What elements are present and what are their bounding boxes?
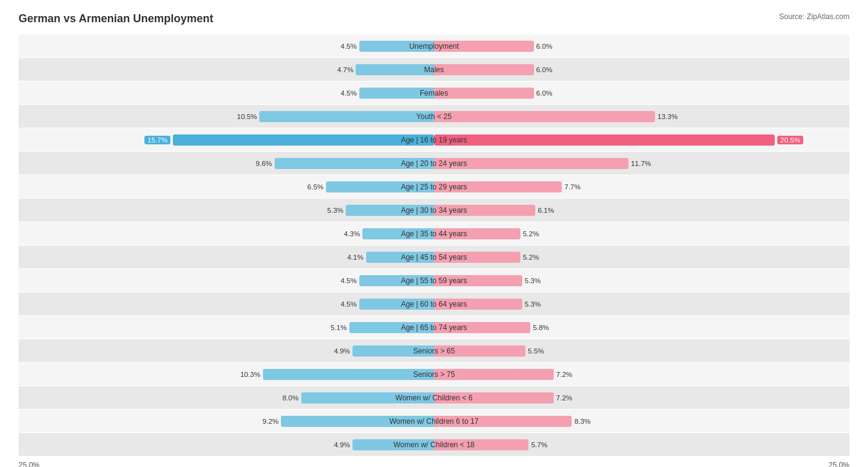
value-right: 7.2% [556,371,572,378]
row-label: Age | 25 to 29 years [401,183,467,191]
chart-row: Women w/ Children < 184.9%5.7% [19,433,849,456]
row-label: Age | 60 to 64 years [401,300,467,308]
chart-row: Age | 65 to 74 years5.1%5.8% [19,316,849,339]
row-label: Age | 35 to 44 years [401,229,467,238]
value-left: 6.5% [307,183,323,191]
value-left: 9.6% [256,160,272,167]
row-label: Seniors > 75 [413,370,455,379]
value-right: 5.2% [523,254,539,261]
chart-row: Males4.7%6.0% [19,58,849,81]
row-label: Age | 20 to 24 years [401,159,467,168]
chart-row: Women w/ Children 6 to 179.2%8.3% [19,410,849,432]
x-axis: 25.0% 25.0% [19,461,849,467]
chart-row: Age | 35 to 44 years4.3%5.2% [19,222,849,245]
chart-row: Age | 45 to 54 years4.1%5.2% [19,246,849,268]
value-left: 10.5% [237,113,257,120]
row-label: Unemployment [409,42,459,51]
bar-left [259,111,434,122]
chart-row: Age | 20 to 24 years9.6%11.7% [19,152,849,175]
row-label: Seniors > 65 [413,347,455,355]
value-left: 4.9% [334,441,350,448]
row-label: Males [424,65,444,74]
row-label: Youth < 25 [416,112,451,121]
value-left: 4.3% [344,230,360,238]
value-right: 5.7% [531,441,547,448]
chart-row: Women w/ Children < 68.0%7.2% [19,386,849,409]
row-label: Age | 45 to 54 years [401,253,467,262]
value-left: 4.5% [341,277,357,284]
chart-area: Unemployment4.5%6.0%Males4.7%6.0%Females… [19,35,849,456]
bar-right [434,64,534,75]
chart-row: Females4.5%6.0% [19,81,849,104]
chart-source: Source: ZipAtlas.com [779,12,849,21]
value-right: 20.5% [777,136,804,144]
row-label: Age | 65 to 74 years [401,323,467,332]
value-left: 4.5% [341,43,357,50]
chart-container: German vs Armenian Unemployment Source: … [0,0,868,467]
chart-row: Seniors > 654.9%5.5% [19,339,849,362]
value-left: 5.3% [327,207,343,214]
chart-row: Age | 25 to 29 years6.5%7.7% [19,175,849,198]
value-left: 4.1% [347,254,363,261]
value-left: 15.7% [144,136,171,144]
row-label: Age | 30 to 34 years [401,206,467,215]
row-label: Age | 16 to 19 years [401,136,467,144]
value-right: 8.3% [574,418,590,425]
chart-row: Age | 55 to 59 years4.5%5.3% [19,269,849,292]
chart-header: German vs Armenian Unemployment Source: … [19,12,849,25]
value-right: 5.5% [528,347,544,355]
value-left: 5.1% [331,324,347,331]
bar-left [356,64,434,75]
row-label: Women w/ Children 6 to 17 [390,417,479,426]
value-left: 4.5% [341,300,357,308]
x-axis-left: 25.0% [19,461,40,467]
value-right: 7.2% [556,394,572,402]
bar-right [434,134,775,146]
value-left: 8.0% [282,394,298,402]
chart-row: Age | 30 to 34 years5.3%6.1% [19,199,849,221]
chart-row: Unemployment4.5%6.0% [19,35,849,57]
value-left: 4.5% [341,89,357,97]
value-right: 6.0% [536,66,553,73]
bar-right [434,88,534,99]
chart-row: Seniors > 7510.3%7.2% [19,363,849,386]
value-right: 5.3% [525,300,541,308]
value-right: 11.7% [631,160,651,167]
x-axis-right: 25.0% [828,461,849,467]
value-right: 6.1% [538,207,554,214]
bar-right [434,111,655,122]
row-label: Females [420,89,448,97]
chart-title: German vs Armenian Unemployment [19,12,213,25]
value-left: 10.3% [240,371,261,378]
value-right: 13.3% [657,113,678,120]
row-label: Age | 55 to 59 years [401,276,467,285]
value-right: 5.8% [533,324,549,331]
row-label: Women w/ Children < 6 [396,394,473,402]
value-right: 6.0% [536,43,553,50]
row-label: Women w/ Children < 18 [393,440,475,449]
value-left: 9.2% [262,418,278,425]
value-right: 6.0% [536,89,553,97]
value-right: 7.7% [564,183,580,191]
value-right: 5.2% [523,230,539,238]
bar-left [173,134,434,146]
value-right: 5.3% [525,277,541,284]
chart-row: Youth < 2510.5%13.3% [19,105,849,128]
chart-row: Age | 60 to 64 years4.5%5.3% [19,292,849,315]
bar-left [263,369,434,380]
value-left: 4.7% [337,66,353,73]
value-left: 4.9% [334,347,350,355]
chart-row: Age | 16 to 19 years15.7%20.5% [19,128,849,151]
